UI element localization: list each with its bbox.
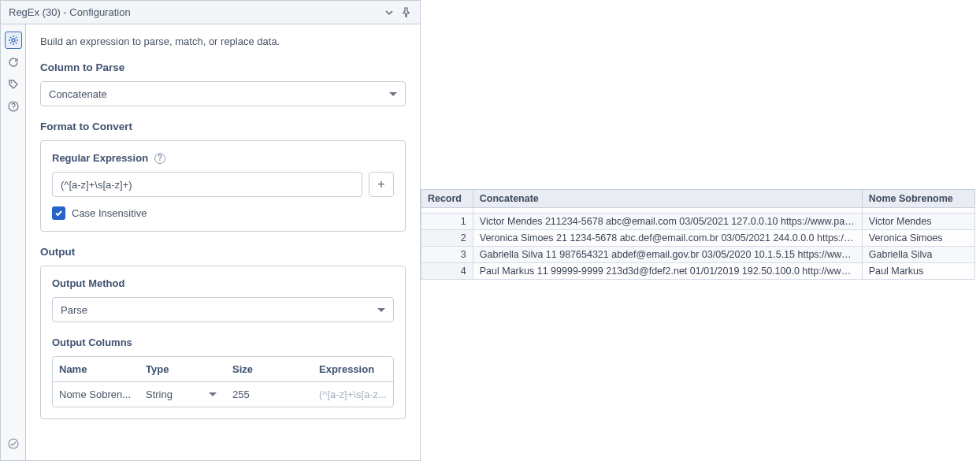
cell-expr: (^[a-z]+\s[a-z... (313, 382, 393, 407)
col-header-size: Size (226, 357, 313, 382)
output-label: Output (40, 246, 406, 258)
refresh-icon[interactable] (5, 54, 22, 71)
output-method-label: Output Method (52, 277, 394, 289)
chevron-down-icon (389, 92, 397, 96)
chevron-down-icon (377, 308, 385, 312)
cell-type[interactable]: String (139, 382, 226, 407)
case-insensitive-label: Case Insensitive (72, 207, 147, 219)
output-columns-label: Output Columns (52, 336, 394, 348)
svg-point-3 (13, 109, 13, 110)
add-button[interactable]: + (369, 172, 394, 197)
question-icon[interactable] (5, 98, 22, 115)
svg-point-4 (9, 439, 18, 448)
column-to-parse-select[interactable]: Concatenate (40, 81, 406, 106)
col-header-name: Name (53, 357, 139, 382)
preview-panel: Record Concatenate Nome Sobrenome 1 Vict… (421, 0, 980, 461)
table-row[interactable]: 4 Paul Markus 11 99999-9999 213d3d@fdef2… (421, 263, 974, 280)
table-row[interactable]: 1 Victor Mendes 211234-5678 abc@email.co… (421, 214, 974, 230)
column-to-parse-value: Concatenate (49, 88, 107, 100)
col-header-nome[interactable]: Nome Sobrenome (862, 190, 974, 208)
cell-name[interactable]: Nome Sobren... (53, 382, 139, 407)
chevron-down-icon[interactable] (380, 4, 398, 21)
chevron-down-icon (209, 392, 217, 396)
config-panel: RegEx (30) - Configuration (0, 0, 421, 461)
config-content: Build an expression to parse, match, or … (26, 24, 420, 460)
title-bar: RegEx (30) - Configuration (1, 1, 420, 24)
window-title: RegEx (30) - Configuration (9, 6, 380, 18)
side-tab-bar (1, 24, 26, 460)
check-circle-icon[interactable] (5, 435, 22, 452)
regex-label: Regular Expression (52, 152, 148, 164)
svg-point-1 (10, 82, 12, 84)
preview-table: Record Concatenate Nome Sobrenome 1 Vict… (421, 189, 975, 280)
output-box: Output Method Parse Output Columns Name … (40, 266, 406, 419)
help-icon[interactable]: ? (154, 153, 165, 164)
format-to-convert-label: Format to Convert (40, 121, 406, 132)
svg-point-0 (12, 39, 15, 42)
pin-icon[interactable] (398, 4, 415, 21)
regex-input[interactable] (52, 172, 362, 197)
cell-size[interactable]: 255 (226, 382, 313, 407)
output-method-select[interactable]: Parse (52, 297, 394, 322)
col-header-record[interactable]: Record (421, 190, 473, 208)
table-row[interactable]: 3 Gabriella Silva 11 987654321 abdef@ema… (421, 247, 974, 263)
table-row[interactable]: 2 Veronica Simoes 21 1234-5678 abc.def@e… (421, 230, 974, 247)
col-header-concatenate[interactable]: Concatenate (473, 190, 862, 208)
table-row[interactable]: Nome Sobren... String 255 (^[a-z]+\s[a-z… (53, 382, 393, 407)
case-insensitive-checkbox[interactable] (52, 206, 65, 220)
col-header-expr: Expression (313, 357, 393, 382)
format-to-convert-box: Regular Expression ? + Case Insensitive (40, 140, 406, 232)
column-to-parse-label: Column to Parse (40, 61, 406, 73)
output-columns-table: Name Type Size Expression Nome Sobren...… (52, 356, 394, 407)
tag-icon[interactable] (5, 76, 22, 93)
gear-icon[interactable] (5, 32, 22, 49)
intro-text: Build an expression to parse, match, or … (40, 35, 406, 47)
output-method-value: Parse (61, 304, 87, 316)
col-header-type: Type (139, 357, 226, 382)
